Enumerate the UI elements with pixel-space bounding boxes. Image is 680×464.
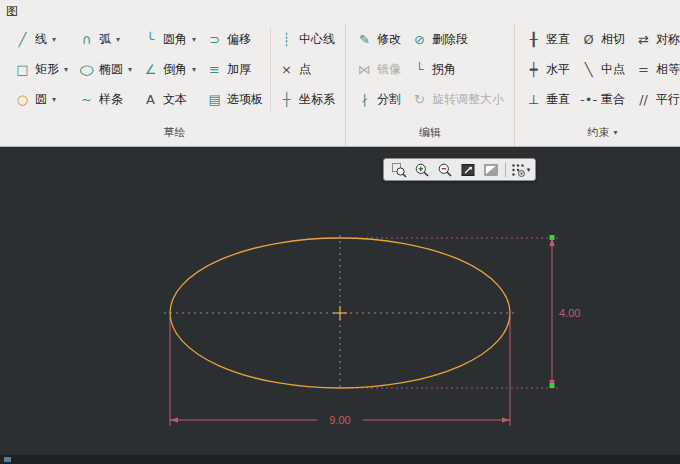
sketch-canvas-area[interactable]: 4.00 9.00 bbox=[0, 147, 680, 455]
group-label-constrain[interactable]: 约束 ▾ bbox=[520, 125, 680, 146]
coincident-constraint-icon: -•- bbox=[580, 93, 597, 106]
sketcher-display-icon bbox=[510, 162, 526, 178]
button-label: 相等 bbox=[656, 61, 680, 78]
button-label: 矩形 bbox=[35, 61, 59, 78]
dropdown-caret-icon[interactable]: ▾ bbox=[52, 35, 56, 44]
button-label: 弧 bbox=[99, 31, 111, 48]
ribbon-tab-sketch[interactable]: 图 bbox=[6, 4, 18, 18]
dropdown-caret-icon[interactable]: ▾ bbox=[52, 95, 56, 104]
centerline-button[interactable]: ┊ 中心线 bbox=[273, 24, 340, 54]
dropdown-caret-icon[interactable]: ▾ bbox=[116, 35, 120, 44]
point-button[interactable]: × 点 bbox=[273, 54, 340, 84]
button-label: 分割 bbox=[377, 91, 401, 108]
edit-column-2: ⊘ 删除段 └ 拐角 ↻ 旋转调整大小 bbox=[406, 24, 509, 114]
status-strip bbox=[0, 455, 680, 464]
csys-button[interactable]: ┼ 坐标系 bbox=[273, 84, 340, 114]
spline-icon: ~ bbox=[78, 93, 95, 106]
horizontal-button[interactable]: ┿ 水平 bbox=[520, 54, 575, 84]
group-label-text: 草绘 bbox=[164, 125, 186, 140]
chamfer-button[interactable]: ∠ 倒角 ▾ bbox=[137, 54, 201, 84]
symmetric-constraint-icon: ⇄ bbox=[635, 33, 652, 46]
text-button[interactable]: A 文本 bbox=[137, 84, 201, 114]
sketch-svg[interactable]: 4.00 9.00 bbox=[0, 147, 680, 455]
coincident-button[interactable]: -•- 重合 bbox=[575, 84, 630, 114]
ellipse-button[interactable]: ○ 椭圆 ▾ bbox=[73, 54, 137, 84]
dropdown-caret-icon[interactable]: ▾ bbox=[527, 166, 531, 174]
csys-icon: ┼ bbox=[278, 93, 295, 106]
button-label: 垂直 bbox=[546, 91, 570, 108]
height-dimension-value[interactable]: 4.00 bbox=[559, 307, 580, 319]
tangent-button[interactable]: Ø 相切 bbox=[575, 24, 630, 54]
delete-segment-button[interactable]: ⊘ 删除段 bbox=[406, 24, 509, 54]
rectangle-icon: □ bbox=[14, 63, 31, 76]
arc-icon: ∩ bbox=[78, 33, 95, 46]
midpoint-button[interactable]: ╲ 中点 bbox=[575, 54, 630, 84]
dropdown-caret-icon[interactable]: ▾ bbox=[64, 65, 68, 74]
offset-button[interactable]: ⊃ 偏移 bbox=[201, 24, 268, 54]
symmetric-button[interactable]: ⇄ 对称 bbox=[630, 24, 680, 54]
button-label: 坐标系 bbox=[299, 91, 335, 108]
equal-button[interactable]: = 相等 bbox=[630, 54, 680, 84]
rotate-resize-button: ↻ 旋转调整大小 bbox=[406, 84, 509, 114]
vertical-button[interactable]: ╂ 竖直 bbox=[520, 24, 575, 54]
perpendicular-button[interactable]: ⊥ 垂直 bbox=[520, 84, 575, 114]
button-label: 拐角 bbox=[432, 61, 456, 78]
dimension-values[interactable]: 4.00 9.00 bbox=[329, 307, 580, 426]
palette-button[interactable]: ▤ 选项板 bbox=[201, 84, 268, 114]
thicken-button[interactable]: ≡ 加厚 bbox=[201, 54, 268, 84]
line-icon: ╱ bbox=[14, 33, 31, 46]
mirror-button: ⋈ 镜像 bbox=[351, 54, 406, 84]
button-label: 圆角 bbox=[163, 31, 187, 48]
button-label: 对称 bbox=[656, 31, 680, 48]
group-label-sketch: 草绘 bbox=[9, 125, 340, 146]
dropdown-caret-icon[interactable]: ▾ bbox=[192, 65, 196, 74]
toolbar-separator bbox=[505, 162, 506, 177]
line-button[interactable]: ╱ 线 ▾ bbox=[9, 24, 73, 54]
corner-button[interactable]: └ 拐角 bbox=[406, 54, 509, 84]
button-label: 样条 bbox=[99, 91, 123, 108]
divide-button[interactable]: ∤ 分割 bbox=[351, 84, 406, 114]
sketch-column-1: ╱ 线 ▾ □ 矩形 ▾ ○ 圆 ▾ bbox=[9, 24, 73, 114]
display-style-button[interactable] bbox=[480, 160, 502, 179]
button-label: 中心线 bbox=[299, 31, 335, 48]
parallel-button[interactable]: // 平行 bbox=[630, 84, 680, 114]
fillet-button[interactable]: ╰ 圆角 ▾ bbox=[137, 24, 201, 54]
rectangle-button[interactable]: □ 矩形 ▾ bbox=[9, 54, 73, 84]
zoom-out-button[interactable] bbox=[434, 160, 456, 179]
arc-button[interactable]: ∩ 弧 ▾ bbox=[73, 24, 137, 54]
constrain-column-3: ⇄ 对称 = 相等 // 平行 bbox=[630, 24, 680, 114]
spline-button[interactable]: ~ 样条 bbox=[73, 84, 137, 114]
modify-icon: ✎ bbox=[356, 33, 373, 46]
zoom-out-icon bbox=[437, 162, 453, 178]
refit-icon bbox=[460, 162, 476, 178]
divide-icon: ∤ bbox=[356, 93, 373, 106]
status-icon[interactable] bbox=[4, 457, 11, 462]
button-label: 删除段 bbox=[432, 31, 468, 48]
rotate-resize-icon: ↻ bbox=[411, 93, 428, 106]
circle-button[interactable]: ○ 圆 ▾ bbox=[9, 84, 73, 114]
ribbon-body: ╱ 线 ▾ □ 矩形 ▾ ○ 圆 ▾ bbox=[0, 24, 680, 146]
width-dimension-value[interactable]: 9.00 bbox=[329, 414, 350, 426]
group-column-separator bbox=[270, 27, 271, 111]
button-label: 相切 bbox=[601, 31, 625, 48]
refit-button[interactable] bbox=[457, 160, 479, 179]
ribbon-group-constrain: ╂ 竖直 ┿ 水平 ⊥ 垂直 Ø bbox=[514, 24, 680, 146]
ribbon-group-edit: ✎ 修改 ⋈ 镜像 ∤ 分割 ⊘ bbox=[345, 24, 514, 146]
group-label-edit: 编辑 bbox=[351, 125, 509, 146]
constrain-column-2: Ø 相切 ╲ 中点 -•- 重合 bbox=[575, 24, 630, 114]
equal-constraint-icon: = bbox=[635, 63, 652, 76]
button-label: 选项板 bbox=[227, 91, 263, 108]
view-toolbar: ▾ bbox=[383, 158, 536, 181]
button-label: 平行 bbox=[656, 91, 680, 108]
zoom-in-button[interactable] bbox=[411, 160, 433, 179]
sketcher-display-button[interactable]: ▾ bbox=[509, 160, 531, 179]
sketch-column-3: ╰ 圆角 ▾ ∠ 倒角 ▾ A 文本 bbox=[137, 24, 201, 114]
dropdown-caret-icon[interactable]: ▾ bbox=[192, 35, 196, 44]
modify-button[interactable]: ✎ 修改 bbox=[351, 24, 406, 54]
corner-icon: └ bbox=[411, 63, 428, 76]
dropdown-caret-icon[interactable]: ▾ bbox=[614, 128, 618, 137]
ribbon: 图 ╱ 线 ▾ □ 矩形 ▾ bbox=[0, 0, 680, 147]
dimension-lines[interactable] bbox=[170, 238, 560, 426]
dropdown-caret-icon[interactable]: ▾ bbox=[128, 65, 132, 74]
zoom-window-button[interactable] bbox=[388, 160, 410, 179]
